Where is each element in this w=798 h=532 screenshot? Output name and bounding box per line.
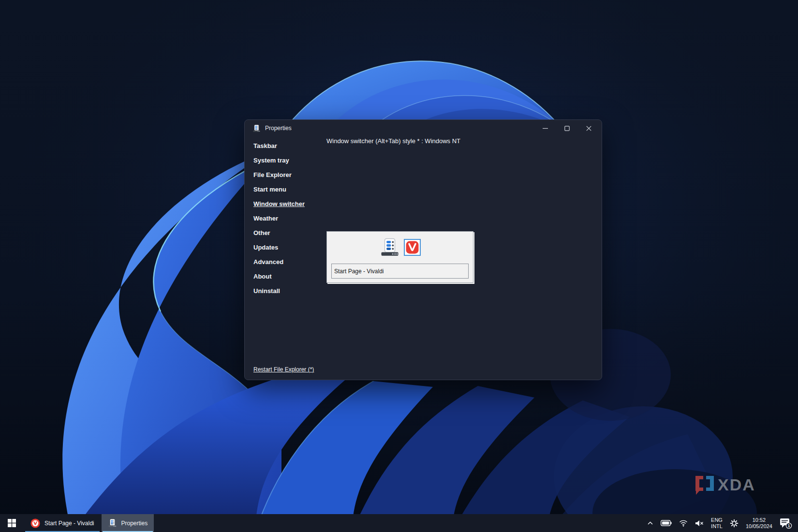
wifi-icon[interactable]: [679, 520, 688, 527]
battery-icon[interactable]: [661, 520, 672, 526]
notification-center-icon[interactable]: 1: [780, 517, 792, 529]
sidebar-item-about[interactable]: About: [253, 269, 324, 284]
explorerpatcher-icon: [252, 124, 261, 133]
sidebar-item-advanced[interactable]: Advanced: [253, 255, 324, 269]
alt-tab-preview: Start Page - Vivaldi: [326, 231, 473, 283]
clock-date: 10/05/2024: [746, 523, 772, 530]
taskbar-item-properties[interactable]: Properties: [102, 514, 154, 532]
properties-window: Properties Taskbar System tray F: [244, 119, 602, 380]
alt-tab-icons-row: [327, 236, 473, 258]
language-indicator[interactable]: ENG INTL: [711, 517, 723, 530]
close-button[interactable]: [578, 120, 600, 136]
hidden-icons-chevron[interactable]: [647, 521, 653, 525]
notification-badge: 1: [788, 523, 790, 528]
start-button[interactable]: [0, 514, 23, 532]
desktop: XDA Properties: [0, 0, 798, 532]
explorerpatcher-icon: [108, 518, 117, 528]
restart-file-explorer-link[interactable]: Restart File Explorer (*): [253, 366, 314, 373]
setting-heading[interactable]: Window switcher (Alt+Tab) style * : Wind…: [326, 137, 460, 145]
sidebar-item-weather[interactable]: Weather: [253, 211, 324, 226]
system-tray: ENG INTL 10:52 10/05/2024: [647, 514, 798, 532]
sidebar-item-uninstall[interactable]: Uninstall: [253, 284, 324, 298]
taskbar-item-vivaldi[interactable]: Start Page - Vivaldi: [24, 514, 101, 532]
gear-icon[interactable]: [730, 519, 739, 528]
sidebar-item-system-tray[interactable]: System tray: [253, 153, 324, 168]
sidebar-item-updates[interactable]: Updates: [253, 240, 324, 255]
sidebar-item-file-explorer[interactable]: File Explorer: [253, 168, 324, 182]
maximize-button[interactable]: [556, 120, 578, 136]
selected-window-title: Start Page - Vivaldi: [331, 264, 469, 279]
taskbar: Start Page - Vivaldi Properties: [0, 514, 798, 532]
taskbar-item-label: Properties: [121, 520, 148, 527]
svg-text:XDA: XDA: [718, 475, 755, 494]
selected-app-frame: [404, 239, 421, 256]
settings-sidebar: Taskbar System tray File Explorer Start …: [253, 139, 324, 298]
xda-watermark: XDA: [694, 473, 775, 496]
volume-muted-icon[interactable]: [695, 520, 704, 527]
sidebar-item-window-switcher[interactable]: Window switcher: [253, 197, 324, 211]
vivaldi-icon: [406, 241, 419, 254]
window-title: Properties: [265, 125, 292, 132]
sidebar-item-other[interactable]: Other: [253, 226, 324, 240]
title-bar: Properties: [245, 120, 602, 136]
vivaldi-icon: [30, 518, 40, 528]
windows-logo-icon: [8, 519, 16, 527]
sidebar-item-taskbar[interactable]: Taskbar: [253, 139, 324, 153]
clock[interactable]: 10:52 10/05/2024: [746, 517, 772, 530]
clock-time: 10:52: [746, 517, 772, 523]
taskbar-item-label: Start Page - Vivaldi: [44, 520, 94, 527]
minimize-button[interactable]: [534, 120, 556, 136]
explorerpatcher-app-icon: [379, 237, 400, 257]
sidebar-item-start-menu[interactable]: Start menu: [253, 182, 324, 197]
